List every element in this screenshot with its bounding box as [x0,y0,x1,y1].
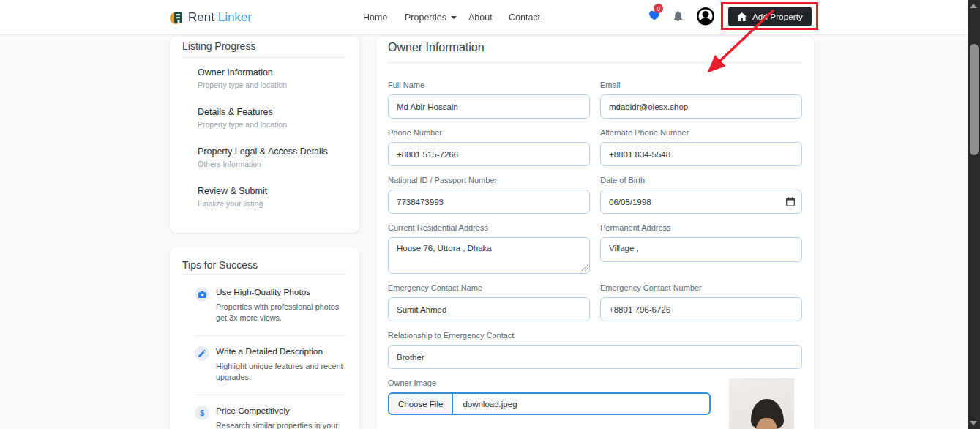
emergency-number-label: Emergency Contact Number [600,283,802,293]
emergency-name-label: Emergency Contact Name [388,283,590,293]
phone-label: Phone Number [388,127,590,138]
bell-icon [673,10,684,23]
field-alt-phone: Alternate Phone Number [600,127,802,166]
field-emergency-number: Emergency Contact Number [600,283,802,321]
nav-link-contact[interactable]: Contact [509,0,540,35]
relationship-label: Relationship to Emergency Contact [388,330,802,340]
national-id-label: National ID / Passport Number [388,175,590,185]
current-address-textarea[interactable]: House 76, Uttora , Dhaka [388,237,590,274]
listing-progress-card: Listing Progress Owner Information Prope… [170,37,359,233]
current-address-label: Current Residential Address [388,223,590,233]
browser-scrollbar[interactable] [968,0,980,429]
field-permanent-address: Permanent Address Village , [600,223,802,274]
emergency-name-input[interactable] [388,297,590,321]
field-national-id: National ID / Passport Number [388,175,590,214]
nav-link-properties[interactable]: Properties [405,0,457,35]
avatar[interactable] [696,7,715,26]
resize-grip-icon[interactable] [581,264,588,271]
field-relationship: Relationship to Emergency Contact [388,330,802,369]
pencil-icon [195,346,209,361]
email-label: Email [600,80,802,90]
alt-phone-label: Alternate Phone Number [600,127,802,138]
scrollbar-up-arrow-icon[interactable] [970,4,977,8]
tip-price-competitively: $ Price Competitively Research similar p… [195,395,346,429]
field-current-address: Current Residential Address House 76, Ut… [388,223,590,274]
add-property-button[interactable]: Add Property [728,7,812,26]
tip-detailed-description: Write a Detailed Description Highlight u… [195,335,346,382]
sidebar: Listing Progress Owner Information Prope… [170,37,359,429]
nav-link-about[interactable]: About [468,0,493,35]
relationship-input[interactable] [388,345,802,369]
permanent-address-label: Permanent Address [600,223,802,233]
field-dob: Date of Birth [600,175,802,214]
tips-title: Tips for Success [182,259,346,271]
field-email: Email [600,80,802,119]
dob-label: Date of Birth [600,175,802,185]
home-icon [737,12,747,21]
owner-image-file-input[interactable]: Choose File download.jpeg [388,392,711,415]
navbar: Rent Linker Home Properties About Contac… [0,0,968,35]
national-id-input[interactable] [388,190,590,214]
field-emergency-name: Emergency Contact Name [388,283,590,321]
choose-file-button[interactable]: Choose File [389,394,453,414]
favorites-button[interactable]: 0 [648,10,660,20]
scrollbar-thumb[interactable] [970,44,979,155]
progress-step-review-submit[interactable]: Review & Submit Finalize your listing [182,186,346,209]
progress-step-owner-information[interactable]: Owner Information Property type and loca… [182,67,346,90]
tips-card: Tips for Success Use High-Quality Photos… [170,247,359,429]
progress-step-legal-access[interactable]: Property Legal & Access Details Others I… [182,146,346,169]
progress-step-details-features[interactable]: Details & Features Property type and loc… [182,107,346,130]
brand-name-rent: Rent [188,10,214,25]
chosen-filename: download.jpeg [453,394,526,414]
brand-name-linker: Linker [218,10,252,25]
calendar-icon[interactable] [786,197,795,206]
nav-link-home[interactable]: Home [363,0,387,35]
permanent-address-textarea[interactable]: Village , [600,237,802,262]
owner-information-card: Owner Information Full Name Email Phone … [376,37,814,429]
phone-input[interactable] [388,142,590,166]
full-name-input[interactable] [388,94,590,119]
listing-progress-title: Listing Progress [182,40,346,52]
brand-logo[interactable]: Rent Linker [170,0,252,35]
brand-building-icon [170,10,184,25]
scrollbar-down-arrow-icon[interactable] [970,421,977,425]
favorites-count-badge: 0 [654,4,663,13]
emergency-number-input[interactable] [600,297,802,321]
notifications-button[interactable] [673,10,684,26]
page-content: Listing Progress Owner Information Prope… [0,0,980,429]
alt-phone-input[interactable] [600,142,802,166]
owner-image-preview [729,378,794,429]
chevron-down-icon [451,16,457,19]
camera-icon [195,287,209,302]
field-full-name: Full Name [388,80,590,119]
email-input[interactable] [600,94,802,119]
tip-high-quality-photos: Use High-Quality Photos Properties with … [195,287,346,323]
dob-input[interactable] [600,190,802,214]
dollar-icon: $ [195,406,209,420]
field-phone: Phone Number [388,127,590,166]
full-name-label: Full Name [388,80,590,90]
form-title: Owner Information [388,42,802,53]
